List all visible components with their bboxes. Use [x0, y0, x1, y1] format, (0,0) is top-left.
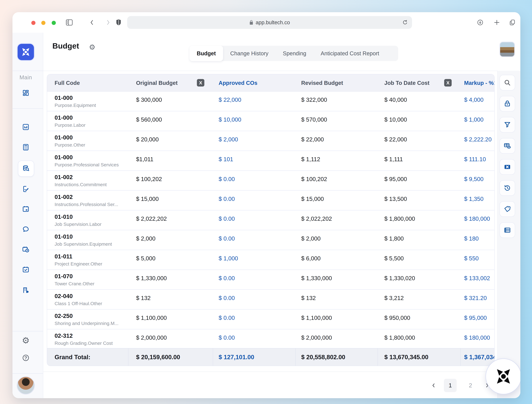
table-row[interactable]: 01-000Purpose.Professional Services$1,01… — [47, 151, 494, 171]
cell-markup[interactable]: $ 9,500 — [464, 176, 483, 182]
sidebar-item-budget-explorer[interactable] — [18, 160, 34, 177]
page-2-button[interactable]: 2 — [464, 379, 477, 392]
cell-revised-budget[interactable]: $ 1,100,000 — [301, 314, 332, 321]
cell-markup[interactable]: $ 4,000 — [464, 96, 483, 103]
cell-job-to-date-cost[interactable]: $ 1,800,000 — [384, 334, 415, 341]
cell-original-budget[interactable]: $ 2,000,000 — [136, 334, 167, 341]
table-row[interactable]: 02-250Shoring and Underpinning.M...$ 1,1… — [47, 310, 494, 329]
privacy-shield-icon[interactable] — [115, 19, 122, 26]
budget-settings-gear-icon[interactable]: ⚙ — [89, 43, 95, 51]
cell-revised-budget[interactable]: $ 15,000 — [301, 196, 324, 202]
sidebar-item-bar-chart[interactable] — [18, 119, 33, 135]
cell-approved-cos[interactable]: $ 101 — [219, 156, 233, 163]
cell-approved-cos[interactable]: $ 0.00 — [219, 275, 235, 282]
cell-revised-budget[interactable]: $ 322,000 — [301, 96, 327, 103]
cell-approved-cos[interactable]: $ 0.00 — [219, 314, 235, 321]
table-row[interactable]: 01-002Instructions.Professional Ser...$ … — [47, 191, 494, 211]
cell-original-budget[interactable]: $1,011 — [136, 156, 153, 163]
sidebar-toggle-icon[interactable] — [65, 19, 73, 26]
cell-approved-cos[interactable]: $ 0.00 — [219, 176, 235, 182]
help-icon[interactable]: ? — [18, 350, 33, 366]
cell-job-to-date-cost[interactable]: $ 950,000 — [384, 314, 410, 321]
column-revised-budget[interactable]: Revised Budget — [301, 80, 343, 86]
page-1-button[interactable]: 1 — [444, 379, 457, 392]
cell-markup[interactable]: $ 1,000 — [464, 116, 483, 123]
cell-job-to-date-cost[interactable]: $ 1,111 — [384, 156, 403, 163]
tab-spending[interactable]: Spending — [276, 46, 313, 61]
close-window-button[interactable] — [31, 21, 35, 25]
column-approved-cos[interactable]: Approved COs — [219, 80, 257, 86]
cell-markup[interactable]: $ 321.20 — [464, 295, 487, 301]
cell-markup[interactable]: $ 180 — [464, 235, 479, 242]
new-tab-icon[interactable] — [494, 19, 500, 26]
table-row[interactable]: 01-011Project Engineer.Other$ 5,000$ 1,0… — [47, 250, 494, 270]
cell-original-budget[interactable]: $ 100,202 — [136, 176, 162, 182]
reload-icon[interactable] — [402, 19, 408, 26]
cell-revised-budget[interactable]: $ 1,112 — [301, 156, 320, 163]
cell-approved-cos[interactable]: $ 0.00 — [219, 196, 235, 202]
cell-markup[interactable]: $ 2,222.20 — [464, 136, 492, 143]
table-view-button[interactable] — [500, 222, 515, 238]
table-row[interactable]: 01-000Purpose.Labor$ 560,000$ 10,000$ 57… — [47, 111, 494, 131]
cell-original-budget[interactable]: $ 132 — [136, 295, 151, 301]
tag-button[interactable] — [500, 201, 515, 217]
sidebar-item-company-settings[interactable] — [18, 282, 33, 298]
bultech-assistant-button[interactable] — [485, 358, 520, 394]
table-row[interactable]: 02-040Class 1 Off-Haul.Other$ 132$ 0.00$… — [47, 290, 494, 310]
lock-button[interactable] — [500, 96, 515, 111]
cell-original-budget[interactable]: $ 15,000 — [136, 196, 159, 202]
tab-overview-icon[interactable] — [509, 19, 516, 26]
cell-markup[interactable]: $ 1,350 — [464, 196, 483, 202]
project-photo-thumbnail[interactable] — [500, 42, 515, 57]
cell-markup[interactable]: $ 111.10 — [464, 156, 486, 163]
sidebar-item-calendar[interactable] — [18, 201, 33, 217]
sidebar-item-calendar-check[interactable] — [18, 262, 33, 277]
cell-markup[interactable]: $ 180,000 — [464, 334, 490, 341]
sidebar-item-chat[interactable] — [18, 221, 33, 237]
cell-approved-cos[interactable]: $ 10,000 — [219, 116, 241, 123]
history-button[interactable] — [500, 180, 515, 196]
cell-original-budget[interactable]: $ 20,000 — [136, 136, 159, 143]
table-row[interactable]: 01-000Purpose.Other$ 20,000$ 2,000$ 22,0… — [47, 131, 494, 151]
cell-approved-cos[interactable]: $ 1,000 — [219, 255, 238, 262]
cell-job-to-date-cost[interactable]: $ 13,500 — [384, 196, 407, 202]
address-bar[interactable]: app.bultech.co — [127, 16, 412, 29]
user-avatar[interactable] — [17, 376, 35, 395]
settings-gear-icon[interactable]: ⚙ — [18, 333, 33, 348]
excel-export-button[interactable] — [500, 159, 515, 175]
tab-anticipated-cost-report[interactable]: Anticipated Cost Report — [314, 46, 386, 61]
cell-revised-budget[interactable]: $ 100,202 — [301, 176, 327, 182]
cell-approved-cos[interactable]: $ 0.00 — [219, 295, 235, 301]
forward-icon[interactable] — [105, 19, 111, 26]
cell-original-budget[interactable]: $ 300,000 — [136, 96, 162, 103]
column-markup[interactable]: Markup - %1 — [464, 80, 494, 86]
back-icon[interactable] — [89, 19, 95, 26]
app-logo[interactable] — [18, 44, 34, 60]
cell-job-to-date-cost[interactable]: $ 22,000 — [384, 136, 407, 143]
cell-original-budget[interactable]: $ 1,330,000 — [136, 275, 167, 282]
cell-markup[interactable]: $ 550 — [464, 255, 479, 262]
cell-markup[interactable]: $ 95,000 — [464, 314, 487, 321]
zoom-window-button[interactable] — [52, 21, 56, 25]
cell-original-budget[interactable]: $ 560,000 — [136, 116, 162, 123]
column-full-code[interactable]: Full Code — [55, 80, 80, 86]
column-job-to-date-cost[interactable]: Job To Date Cost — [384, 80, 430, 86]
table-row[interactable]: 01-002Instructions.Commitment$ 100,202$ … — [47, 171, 494, 191]
sidebar-item-schedule-clock[interactable] — [18, 242, 33, 257]
cell-original-budget[interactable]: $ 5,000 — [136, 255, 155, 262]
sidebar-item-document-sign[interactable] — [18, 181, 33, 197]
cell-job-to-date-cost[interactable]: $ 3,212 — [384, 295, 404, 301]
sidebar-item-calculator[interactable] — [18, 140, 33, 155]
cell-revised-budget[interactable]: $ 2,000 — [301, 235, 321, 242]
cell-approved-cos[interactable]: $ 22,000 — [219, 96, 241, 103]
minimize-window-button[interactable] — [41, 21, 45, 25]
cell-revised-budget[interactable]: $ 22,000 — [301, 136, 324, 143]
downloads-icon[interactable] — [477, 19, 483, 26]
cell-markup[interactable]: $ 133,002 — [464, 275, 490, 282]
cell-job-to-date-cost[interactable]: $ 40,000 — [384, 96, 407, 103]
search-button[interactable] — [500, 75, 515, 90]
sidebar-item-dashboard[interactable] — [18, 85, 33, 101]
table-row[interactable]: 02-312Rough Grading.Owner Cost$ 2,000,00… — [47, 329, 494, 349]
cell-revised-budget[interactable]: $ 2,000,000 — [301, 334, 332, 341]
cell-job-to-date-cost[interactable]: $ 95,000 — [384, 176, 407, 182]
